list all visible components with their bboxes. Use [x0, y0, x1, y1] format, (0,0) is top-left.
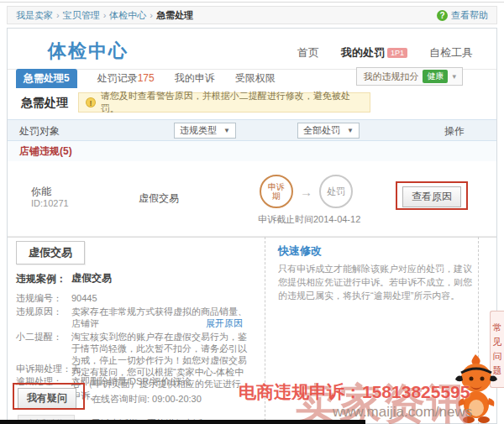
warning-notice-text: 请您及时查看警告原因，并根据小二提醒进行修改，避免被处罚。 [101, 90, 363, 115]
tab-urgent-label: 急需处理 [24, 72, 64, 84]
tab-restricted-permissions[interactable]: 受限权限 [235, 71, 276, 86]
appeal-deadline: 申诉截止时间2014-04-12 [258, 213, 360, 226]
breadcrumb-link-items[interactable]: 宝贝管理 [63, 9, 100, 22]
tab-punish-records[interactable]: 处罚记录175 [97, 71, 155, 86]
health-status-badge: 健康 [423, 70, 448, 83]
screen: 我是卖家 › 宝贝管理 › 体检中心 › 急需处理 ? 查看帮助 体检中心 首页… [0, 0, 504, 424]
breadcrumb-separator: › [103, 10, 107, 20]
overdue-handling-label: 逾期处理： [16, 375, 71, 388]
expand-reason-link[interactable]: 展开原因 [206, 317, 243, 330]
online-consult-time: 在线咨询时间: 09:00-20:30 [92, 393, 202, 406]
watermark-phone: 电商违规申诉：15813825595 [239, 380, 470, 404]
breadcrumb-separator: › [150, 10, 153, 20]
number-label: 违规编号： [16, 292, 71, 305]
faq-char: 常 [493, 322, 502, 334]
nav-my-punishments-label: 我的处罚 [341, 45, 385, 60]
nav-my-punishments[interactable]: 我的处罚 1P1 [341, 45, 407, 60]
column-punish-object: 处罚对象 [19, 124, 60, 139]
view-help-label: 查看帮助 [451, 9, 488, 22]
number-value: 90445 [71, 292, 249, 305]
flow-arrow-icon: → [300, 185, 312, 199]
column-action: 操作 [444, 124, 465, 139]
all-punishments-select[interactable]: 全部处罚 ▼ [297, 123, 360, 139]
bulb-icon: ! [86, 97, 96, 107]
chevron-down-icon: ▾ [452, 72, 456, 81]
appeal-status-line2: 期 [272, 191, 281, 201]
nav-home[interactable]: 首页 [297, 45, 319, 60]
overdue-handling-row: 逾期处理： 立即删除销量/DSR/评价/评论 [16, 375, 249, 388]
case-row: 你能 ID:10271 虚假交易 申诉 期 → 处罚 申诉截止时间2014-04… [8, 161, 496, 237]
page-title: 体检中心 [48, 39, 129, 64]
case-label: 违规案例： [16, 272, 71, 286]
bottom-black-bar [0, 420, 365, 424]
appeal-period-status: 申诉 期 [260, 175, 293, 208]
shop-id: ID:10271 [31, 198, 69, 208]
violation-type-select[interactable]: 违规类型 ▼ [174, 123, 236, 139]
i-have-question-button[interactable]: 我有疑问 [18, 388, 76, 409]
violation-group-row: 店铺违规(5) [8, 141, 496, 161]
urgent-section-title: 急需处理 [21, 96, 68, 111]
appeal-handling-value: 无 [71, 363, 249, 375]
main-panel: 体检中心 首页 我的处罚 1P1 自检工具 急需处理5 处罚记录175 我的申诉… [7, 28, 497, 424]
punish-status: 处罚 [319, 175, 353, 208]
appeal-handling-row: 申诉期处理： 无 [16, 363, 249, 375]
list-header-row: 处罚对象 违规类型 ▼ 全部处罚 ▼ 操作 [8, 119, 496, 141]
overdue-handling-value: 立即删除销量/DSR/评价/评论 [71, 375, 249, 388]
violation-type-select-value: 违规类型 [180, 124, 217, 137]
reason-label: 违规原因： [16, 306, 71, 329]
detail-divider [8, 237, 496, 238]
faq-char: 见 [493, 336, 502, 348]
breadcrumb-separator: › [56, 10, 60, 20]
case-detail-tag: 虚假交易 [16, 241, 85, 264]
breadcrumb-current: 急需处理 [156, 9, 193, 22]
all-punishments-select-value: 全部处罚 [303, 124, 340, 137]
breadcrumb: 我是卖家 › 宝贝管理 › 体检中心 › 急需处理 ? 查看帮助 [7, 6, 497, 24]
case-field-row: 违规案例： 虚假交易 [16, 272, 249, 286]
warning-notice: ! 请您及时查看警告原因，并根据小二提醒进行修改，避免被处罚。 [78, 92, 370, 113]
number-field-row: 违规编号： 90445 [16, 292, 249, 305]
appeal-status-line1: 申诉 [268, 182, 285, 191]
punishment-count-badge: 1P1 [387, 48, 407, 58]
view-reason-button[interactable]: 查看原因 [402, 186, 461, 207]
shop-name: 你能 [31, 185, 51, 199]
top-divider [0, 2, 504, 3]
tab-punish-records-label: 处罚记录 [97, 72, 138, 84]
violation-score-label: 我的违规扣分 [363, 71, 418, 83]
breadcrumb-link-seller[interactable]: 我是卖家 [16, 9, 53, 22]
appeal-handling-label: 申诉期处理： [16, 363, 71, 375]
view-help-link[interactable]: ? 查看帮助 [437, 9, 488, 22]
dropdown-arrow-icon: ▼ [223, 127, 230, 134]
dropdown-arrow-icon: ▼ [347, 127, 354, 134]
tab-punish-records-count: 175 [138, 72, 155, 84]
tab-my-appeals[interactable]: 我的申诉 [175, 71, 215, 86]
header-nav: 首页 我的处罚 1P1 自检工具 [297, 45, 473, 60]
nav-self-check-tools[interactable]: 自检工具 [429, 45, 473, 60]
violation-group-title: 店铺违规(5) [19, 144, 72, 159]
case-value: 虚假交易 [71, 272, 249, 286]
tab-urgent[interactable]: 急需处理5 [16, 69, 77, 88]
status-flow: 申诉 期 → 处罚 [260, 175, 353, 208]
violation-score-box[interactable]: 我的违规扣分 健康 ▾ [356, 67, 463, 86]
watermark-url: www.maijia.com/news [333, 404, 472, 421]
tab-bar: 急需处理5 处罚记录175 我的申诉 受限权限 [16, 70, 276, 86]
violation-type: 虚假交易 [139, 191, 179, 206]
tab-urgent-count: 5 [64, 72, 70, 84]
quick-fix-text: 只有申诉成立才能解除该账户对应的处罚，建议您提供相应凭证进行申诉。若申诉不成立，… [278, 262, 473, 302]
breadcrumb-link-checkup[interactable]: 体检中心 [109, 9, 146, 22]
quick-fix-title: 快速修改 [278, 243, 322, 259]
help-icon: ? [437, 10, 448, 21]
